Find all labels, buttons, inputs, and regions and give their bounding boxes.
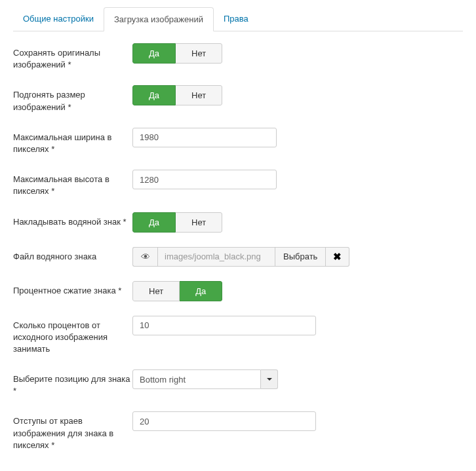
select-position-value: Bottom right [132,369,261,389]
toggle-fit-size: Да Нет [132,85,222,105]
toggle-watermark: Да Нет [132,212,222,233]
label-max-height: Максимальная высота в пикселях * [13,170,132,197]
label-position: Выберите позицию для знака * [13,369,132,397]
preview-button[interactable]: 👁 [132,247,157,267]
toggle-percent-compress-yes[interactable]: Да [180,281,222,301]
toggle-save-originals-no[interactable]: Нет [176,43,222,64]
toggle-fit-size-no[interactable]: Нет [176,85,222,105]
label-padding: Отступы от краев изображения для знака в… [13,411,132,451]
tabs-nav: Общие настройки Загрузка изображений Пра… [13,7,463,31]
toggle-watermark-yes[interactable]: Да [132,212,176,233]
close-icon: ✖ [333,251,342,263]
label-max-width: Максимальная ширина в пикселях * [13,128,132,155]
label-percent-of-source: Сколько процентов от исходного изображен… [13,316,132,356]
media-picker: 👁 Выбрать ✖ [132,247,349,267]
label-fit-size: Подгонять размер изображений * [13,85,132,113]
toggle-save-originals: Да Нет [132,43,222,64]
input-percent[interactable] [132,316,316,335]
toggle-percent-compress-no[interactable]: Нет [132,281,180,301]
input-max-width[interactable] [132,128,277,147]
toggle-save-originals-yes[interactable]: Да [132,43,176,64]
tab-upload[interactable]: Загрузка изображений [104,7,214,31]
label-percent-compress: Процентное сжатие знака * [13,281,132,297]
tab-general[interactable]: Общие настройки [13,7,104,31]
toggle-percent-compress: Нет Да [132,281,222,301]
tab-rights[interactable]: Права [214,7,258,31]
input-watermark-file[interactable] [157,247,275,267]
select-position[interactable]: Bottom right [132,369,278,389]
select-position-caret[interactable] [261,369,278,389]
label-watermark: Накладывать водяной знак * [13,212,132,228]
chevron-down-icon [267,378,272,381]
input-max-height[interactable] [132,170,277,189]
toggle-watermark-no[interactable]: Нет [176,212,222,233]
toggle-fit-size-yes[interactable]: Да [132,85,176,105]
label-save-originals: Сохранять оригиналы изображений * [13,43,132,71]
clear-file-button[interactable]: ✖ [326,247,349,267]
input-padding[interactable] [132,411,316,431]
label-watermark-file: Файл водяного знака [13,247,132,263]
select-file-button[interactable]: Выбрать [275,247,326,267]
eye-icon: 👁 [141,252,150,262]
